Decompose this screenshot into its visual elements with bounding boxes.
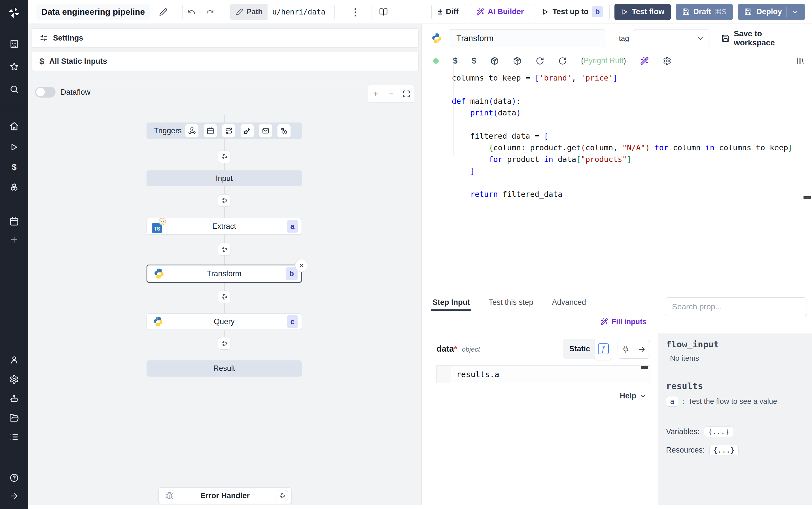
add-step-button[interactable] [218,150,230,163]
step-node-transform-selected[interactable]: Transform b [147,265,302,283]
test-flow-button[interactable]: Test flow [615,4,671,20]
path-value[interactable]: u/henri/data_ [267,4,334,20]
step-id-badge: c [287,315,298,328]
add-plus-icon[interactable] [9,234,20,245]
add-error-handler-button[interactable] [276,490,288,501]
result-item[interactable]: a : Test the flow to see a value [666,396,812,407]
package-icon[interactable] [513,57,521,65]
step-node-extract[interactable]: TS Extract a [147,218,302,235]
bottom-section: Step Input Test this step Advanced Fill … [421,293,812,509]
package-icon[interactable] [490,57,499,65]
static-mode-label[interactable]: Static [563,344,595,353]
tab-advanced[interactable]: Advanced [552,298,586,311]
poll-trigger-icon[interactable] [277,124,291,138]
home-icon[interactable] [9,121,20,132]
linter-status: (Pyright Ruff) [581,57,626,65]
save-to-workspace-button[interactable]: Save to workspace [721,29,804,47]
workers-robot-icon[interactable] [9,394,20,404]
step-editor-header: Transform tag Save to workspace [422,24,812,53]
zoom-in-button[interactable]: + [368,85,383,103]
schedule-trigger-icon[interactable] [204,124,217,138]
test-up-to-button[interactable]: Test up to b [535,4,610,20]
windmill-logo-icon[interactable] [7,5,22,20]
javascript-expression-mode-button[interactable]: ƒ [595,338,612,360]
tab-test-this-step[interactable]: Test this step [489,298,533,311]
search-prop-input[interactable] [665,298,807,316]
error-handler-node[interactable]: Error Handler [158,487,292,504]
reload-icon[interactable] [536,57,544,65]
expression-value[interactable]: results.a [451,366,500,383]
properties-pane: flow_input No items results a : Test the… [658,293,812,509]
flow-input-node[interactable]: Input [147,170,302,186]
canvas-zoom-controls: + − [368,85,414,103]
path-editor[interactable]: Path u/henri/data_ [230,4,335,20]
audit-logs-list-icon[interactable] [9,432,20,442]
expand-sidebar-arrow-icon[interactable] [9,490,20,501]
chevron-down-icon[interactable] [791,8,799,15]
favorites-star-icon[interactable] [9,61,20,72]
add-step-button[interactable] [218,337,230,350]
resources-row[interactable]: Resources: {...} [666,445,812,455]
code-editor[interactable]: columns_to_keep = ['brand', 'price'] def… [422,69,812,202]
add-resource-dollar-icon[interactable]: $ [472,57,476,65]
zoom-out-button[interactable]: − [383,85,399,103]
redo-button[interactable] [201,4,219,20]
variables-row[interactable]: Variables: {...} [666,427,812,437]
websocket-trigger-icon[interactable] [241,124,254,138]
flow-result-node[interactable]: Result [147,361,302,377]
edit-title-pencil-icon[interactable] [159,8,168,16]
help-toggle[interactable]: Help [620,392,647,400]
flow-settings-button[interactable]: Settings [32,28,418,48]
deploy-button[interactable]: Deploy [738,4,805,20]
step-tabs: Step Input Test this step Advanced [422,293,658,311]
resources-braces-badge[interactable]: {...} [709,445,739,455]
runs-play-icon[interactable] [9,142,20,152]
editor-scrollbar[interactable] [804,196,811,199]
workspace-icon[interactable] [9,39,20,49]
more-menu-kebab-icon[interactable]: ⋮ [350,6,360,18]
variables-braces-badge[interactable]: {...} [704,427,733,437]
add-variable-dollar-icon[interactable]: $ [453,57,457,65]
reload-icon[interactable] [558,57,567,65]
result-key-badge[interactable]: a [666,396,678,407]
flow-input-heading[interactable]: flow_input [666,339,812,349]
email-trigger-icon[interactable] [259,124,272,138]
webhook-trigger-icon[interactable] [185,124,199,138]
undo-button[interactable] [183,4,201,20]
diff-button[interactable]: ± Diff [431,4,465,20]
flow-canvas[interactable]: Settings $ All Static Inputs Dataflow + … [28,24,421,509]
add-step-button[interactable] [218,291,230,303]
draft-button[interactable]: Draft ⌘S [676,4,733,20]
tag-select[interactable] [634,29,710,47]
folders-icon[interactable] [9,413,20,423]
variables-dollar-icon[interactable]: $ [9,162,20,172]
add-step-button[interactable] [218,243,230,256]
settings-gear-icon[interactable] [9,374,20,385]
step-name-input[interactable]: Transform [449,29,605,47]
fit-view-button[interactable] [399,85,414,103]
resources-boxes-icon[interactable] [9,182,20,193]
fill-inputs-button[interactable]: Fill inputs [600,317,647,326]
search-icon[interactable] [9,84,20,95]
editor-settings-gear-icon[interactable] [663,57,671,65]
ai-wand-icon[interactable] [640,57,649,65]
plug-connect-icon[interactable] [618,345,634,353]
dataflow-toggle[interactable] [35,87,56,98]
triggers-node[interactable]: Triggers [147,123,302,139]
step-node-query[interactable]: Query c [147,313,302,330]
lsp-status-dot [433,58,439,64]
schedules-calendar-icon[interactable] [9,216,20,227]
expression-editor[interactable]: results.a [436,366,650,383]
delete-step-close-icon[interactable]: × [295,259,308,272]
docs-book-button[interactable] [372,4,395,20]
add-step-button[interactable] [218,194,230,207]
ai-builder-button[interactable]: AI Builder [470,4,530,20]
http-route-trigger-icon[interactable] [222,124,235,138]
library-icon[interactable] [796,57,804,65]
help-icon[interactable] [9,472,20,483]
results-heading[interactable]: results [666,381,812,391]
all-static-inputs-button[interactable]: $ All Static Inputs [32,52,418,71]
tab-step-input[interactable]: Step Input [433,298,470,311]
arrow-right-icon[interactable] [634,345,650,353]
users-icon[interactable] [9,354,20,365]
